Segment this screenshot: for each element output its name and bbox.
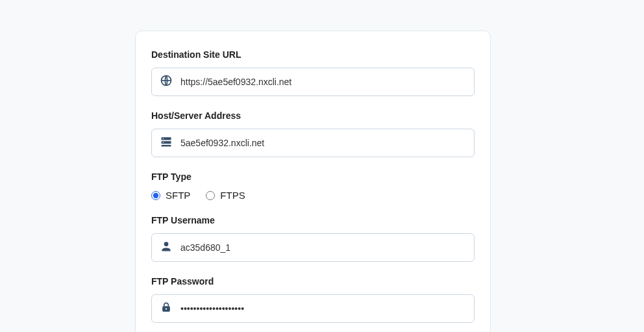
input-wrap-destination-url[interactable]: [151, 68, 475, 96]
svg-point-5: [163, 138, 164, 140]
label-host: Host/Server Address: [151, 110, 475, 121]
field-password: FTP Password: [151, 276, 475, 323]
field-host: Host/Server Address: [151, 110, 475, 157]
svg-point-7: [164, 242, 169, 246]
connection-form-panel: Destination Site URL Host/Server Address: [135, 31, 491, 332]
destination-url-input[interactable]: [180, 68, 466, 96]
ftp-type-radio-group: SFTP FTPS: [151, 190, 475, 201]
server-icon: [160, 135, 173, 151]
label-destination-url: Destination Site URL: [151, 49, 475, 60]
svg-point-9: [166, 308, 167, 309]
input-wrap-password[interactable]: [151, 294, 475, 323]
user-icon: [160, 240, 173, 255]
label-username: FTP Username: [151, 215, 475, 225]
label-ftp-type: FTP Type: [151, 172, 475, 182]
input-wrap-host[interactable]: [151, 129, 475, 157]
svg-rect-4: [162, 145, 171, 147]
username-input[interactable]: [180, 234, 466, 261]
radio-ftps-input[interactable]: [206, 191, 215, 200]
svg-point-6: [163, 142, 164, 144]
radio-option-ftps[interactable]: FTPS: [206, 190, 245, 201]
lock-icon: [160, 301, 173, 316]
field-destination-url: Destination Site URL: [151, 49, 475, 96]
password-input[interactable]: [180, 295, 466, 322]
host-input[interactable]: [180, 129, 466, 157]
globe-icon: [160, 74, 173, 90]
radio-ftps-label: FTPS: [220, 190, 245, 201]
radio-sftp-input[interactable]: [151, 191, 160, 200]
field-username: FTP Username: [151, 215, 475, 262]
radio-option-sftp[interactable]: SFTP: [151, 190, 190, 201]
radio-sftp-label: SFTP: [166, 190, 190, 201]
field-ftp-type: FTP Type SFTP FTPS: [151, 172, 475, 201]
label-password: FTP Password: [151, 276, 475, 287]
input-wrap-username[interactable]: [151, 233, 475, 262]
